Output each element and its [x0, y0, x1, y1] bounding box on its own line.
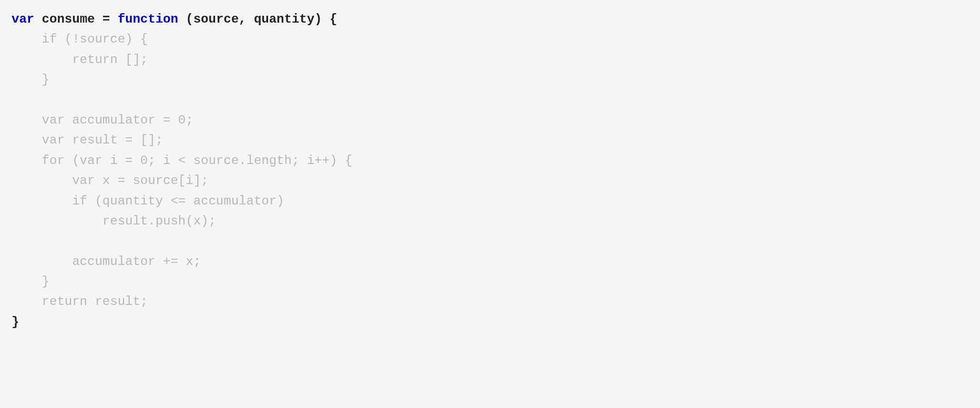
code-line: var accumulator = 0;: [12, 113, 193, 127]
keyword-var: var: [12, 12, 34, 26]
code-line: }: [12, 73, 49, 87]
code-line: return [];: [12, 53, 148, 67]
code-block: var consume = function (source, quantity…: [0, 0, 980, 342]
decl-rest: (source, quantity) {: [178, 12, 337, 26]
code-line: accumulator += x;: [12, 254, 201, 269]
code-line: result.push(x);: [12, 214, 216, 228]
code-line: if (quantity <= accumulator): [12, 194, 284, 208]
keyword-function: function: [118, 12, 178, 26]
decl-mid: consume =: [34, 12, 117, 26]
code-line: var result = [];: [12, 133, 163, 147]
code-line: }: [12, 315, 19, 329]
code-line: for (var i = 0; i < source.length; i++) …: [12, 154, 352, 168]
code-line: if (!source) {: [12, 32, 148, 46]
code-line: var x = source[i];: [12, 174, 208, 188]
code-line: }: [12, 274, 49, 289]
code-line: return result;: [12, 294, 148, 309]
